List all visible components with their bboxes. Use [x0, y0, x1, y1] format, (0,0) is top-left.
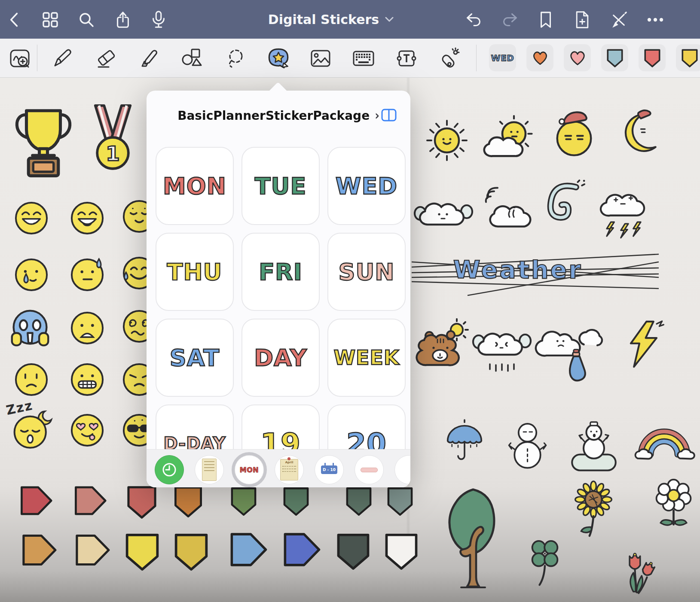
- add-page-button[interactable]: [572, 10, 592, 30]
- thumbnails-button[interactable]: [40, 10, 60, 30]
- stylus-disabled-icon: [611, 12, 627, 28]
- category-clipped[interactable]: [394, 455, 410, 484]
- cloud-face-sticker: [413, 188, 474, 232]
- emoji-sweat-sticker: [68, 256, 106, 294]
- highlighter-tool[interactable]: [137, 46, 161, 70]
- sticker-tile-week[interactable]: WEEK: [327, 319, 406, 397]
- tile-label: DAY: [254, 344, 307, 371]
- favorite-sticker-pink-heart[interactable]: [564, 44, 591, 71]
- category-calendar[interactable]: April: [275, 455, 304, 484]
- package-name: BasicPlannerStickerPackage: [177, 109, 370, 123]
- category-highlight[interactable]: [355, 455, 384, 484]
- emoji-laugh-sticker: [68, 199, 106, 237]
- sticker-tile-wed[interactable]: WED: [327, 147, 406, 225]
- medal-number: 1: [106, 142, 119, 165]
- package-selector[interactable]: BasicPlannerStickerPackage ›: [147, 91, 410, 140]
- undo-icon: [465, 12, 483, 27]
- search-icon: [78, 12, 95, 28]
- crescent-moon-sticker: [620, 106, 660, 160]
- sticker-tile-tue[interactable]: TUE: [241, 147, 320, 225]
- sticker-tile-day[interactable]: DAY: [241, 319, 320, 397]
- stylus-toggle-button[interactable]: [609, 10, 629, 30]
- back-button[interactable]: [4, 10, 24, 30]
- ellipsis-icon: [647, 17, 664, 22]
- lasso-tool[interactable]: [223, 46, 248, 70]
- heart-icon: [568, 49, 587, 67]
- rain-cloud-sticker: [472, 318, 532, 376]
- document-title-dropdown[interactable]: Digital Stickers: [241, 0, 421, 39]
- heart-icon: [531, 49, 549, 67]
- pen-tool[interactable]: [50, 46, 74, 70]
- toolbar-divider: [37, 45, 37, 71]
- text-tool[interactable]: [394, 46, 419, 70]
- snowman-sticker: [507, 417, 548, 473]
- keyboard-tool[interactable]: [352, 46, 376, 70]
- wind-swirl-sticker: [541, 178, 587, 234]
- sticker-elements-tool[interactable]: [266, 46, 290, 70]
- medal-sticker: 1: [88, 103, 138, 172]
- category-dday[interactable]: D - 10: [315, 455, 344, 484]
- sunflower-sticker: [572, 476, 615, 551]
- water-pour-cloud-sticker: [534, 314, 602, 387]
- microphone-button[interactable]: [149, 10, 168, 30]
- sun-behind-cloud-sticker: [479, 114, 537, 165]
- emoji-tear-sticker: [12, 256, 50, 294]
- sticker-tile-mon[interactable]: MON: [156, 147, 234, 225]
- sticker-tile-sat[interactable]: SAT: [156, 319, 234, 397]
- rainbow-sticker: [635, 414, 693, 468]
- image-tool[interactable]: [309, 46, 333, 70]
- bookmark-icon: [539, 11, 552, 28]
- wind-cloud-sticker: [478, 185, 534, 234]
- tile-label: FRI: [259, 258, 303, 286]
- pennant-side: [229, 532, 268, 568]
- sticker-tool-active-icon: [267, 47, 290, 70]
- favorite-sticker-orange-heart[interactable]: [526, 44, 553, 71]
- zoom-writing-tool[interactable]: [8, 46, 32, 70]
- favorite-sticker-yellow-pennant[interactable]: [676, 44, 700, 71]
- pennant-side: [282, 532, 321, 568]
- eraser-tool[interactable]: [94, 46, 118, 70]
- navigation-bar: Digital Stickers: [0, 0, 700, 39]
- pennant-down: [345, 484, 373, 519]
- sticker-tile-sun[interactable]: SUN: [327, 233, 406, 311]
- undo-button[interactable]: [464, 10, 484, 30]
- pennant-down: [125, 484, 158, 520]
- sticker-tile-thu[interactable]: THU: [156, 233, 234, 311]
- pennant-down: [335, 531, 371, 573]
- pennant-down: [173, 532, 210, 573]
- page-title: Digital Stickers: [268, 12, 379, 27]
- d10-thumb: D - 10: [321, 465, 337, 474]
- search-button[interactable]: [76, 10, 96, 30]
- share-button[interactable]: [113, 10, 133, 30]
- emoji-love-sticker: [68, 411, 106, 449]
- clock-icon: [161, 462, 177, 478]
- wed-sticker-text: WED: [491, 53, 514, 63]
- pennant-down: [386, 484, 414, 519]
- favorite-sticker-wed[interactable]: WED: [489, 44, 516, 71]
- emoji-grin-sticker: [12, 199, 50, 237]
- favorite-sticker-red-pennant[interactable]: [639, 44, 666, 71]
- redo-button[interactable]: [500, 10, 520, 30]
- laser-pointer-tool[interactable]: [437, 46, 461, 70]
- bookmark-button[interactable]: [536, 10, 556, 30]
- chevron-down-icon: [385, 16, 394, 22]
- sticker-tile-fri[interactable]: FRI: [241, 233, 320, 311]
- more-button[interactable]: [645, 10, 665, 30]
- shapes-tool[interactable]: [180, 46, 204, 70]
- category-recent[interactable]: [155, 455, 184, 484]
- tile-label: THU: [167, 258, 223, 286]
- tree-sticker: [443, 486, 504, 589]
- back-chevron-icon: [7, 11, 21, 28]
- category-bar: MON April D - 10: [147, 449, 410, 487]
- lightning-bolt-sticker: [622, 318, 665, 371]
- favorite-sticker-blue-pennant[interactable]: [601, 44, 628, 71]
- category-checklist[interactable]: [195, 455, 224, 484]
- category-days-selected[interactable]: MON: [235, 455, 264, 484]
- tools-toolbar: WED: [0, 39, 700, 78]
- emoji-grimace-sticker: [68, 361, 106, 398]
- toolbar-divider-2: [476, 45, 477, 71]
- pennant-down: [229, 485, 258, 518]
- pennant-down: [282, 485, 310, 518]
- umbrella-sticker: [445, 417, 484, 468]
- split-view-button[interactable]: [381, 109, 397, 122]
